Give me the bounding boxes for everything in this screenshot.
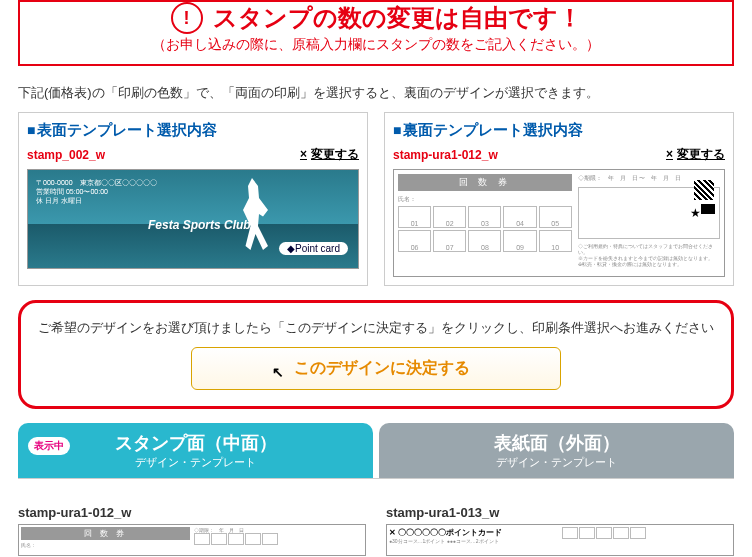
template-item[interactable]: stamp-ura1-012_w 回 数 券氏名： ◇期限： 年 月 日 bbox=[18, 505, 366, 556]
back-head: ■裏面テンプレート選択内容 bbox=[393, 121, 725, 140]
back-preview: 回 数 券 氏名： 0102030405 0607080910 ◇期限： 年 月… bbox=[393, 169, 725, 277]
front-selection: ■表面テンプレート選択内容 stamp_002_w ×変更する 〒000-000… bbox=[18, 112, 368, 286]
tab-stamp-face[interactable]: 表示中 スタンプ面（中面） デザイン・テンプレート bbox=[18, 423, 373, 478]
lead-text: 下記(価格表)の「印刷の色数」で、「両面の印刷」を選択すると、裏面のデザインが選… bbox=[18, 84, 734, 102]
decide-text: ご希望のデザインをお選び頂けましたら「このデザインに決定する」をクリックし、印刷… bbox=[35, 319, 717, 337]
template-id: stamp-ura1-013_w bbox=[386, 505, 734, 520]
template-list: stamp-ura1-012_w 回 数 券氏名： ◇期限： 年 月 日 sta… bbox=[18, 478, 734, 556]
club-name: Festa Sports Club bbox=[148, 218, 251, 232]
tabs: 表示中 スタンプ面（中面） デザイン・テンプレート 表紙面（外面） デザイン・テ… bbox=[18, 423, 734, 478]
tab-cover-face[interactable]: 表紙面（外面） デザイン・テンプレート bbox=[379, 423, 734, 478]
back-selection: ■裏面テンプレート選択内容 stamp-ura1-012_w ×変更する 回 数… bbox=[384, 112, 734, 286]
stamp-grid: 0102030405 0607080910 bbox=[398, 206, 572, 252]
qr-icon bbox=[694, 180, 714, 200]
active-badge: 表示中 bbox=[28, 437, 70, 455]
template-thumb: 回 数 券氏名： ◇期限： 年 月 日 bbox=[18, 524, 366, 556]
template-id: stamp-ura1-012_w bbox=[18, 505, 366, 520]
pointcard-badge: ◆Point card bbox=[279, 242, 348, 255]
notice-sub: （お申し込みの際に、原稿入力欄にスタンプの数をご記入ください。） bbox=[34, 36, 718, 54]
decide-box: ご希望のデザインをお選び頂けましたら「このデザインに決定する」をクリックし、印刷… bbox=[18, 300, 734, 409]
front-head: ■表面テンプレート選択内容 bbox=[27, 121, 359, 140]
template-item[interactable]: stamp-ura1-013_w 〇〇〇〇〇〇ポイントカード●30分コース…1ポ… bbox=[386, 505, 734, 556]
notice-box: ! スタンプの数の変更は自由です！ （お申し込みの際に、原稿入力欄にスタンプの数… bbox=[18, 0, 734, 66]
cursor-icon: ↖ bbox=[272, 364, 284, 380]
front-template-id: stamp_002_w bbox=[27, 148, 105, 162]
front-change-link[interactable]: ×変更する bbox=[300, 146, 359, 163]
notice-title: ! スタンプの数の変更は自由です！ bbox=[171, 2, 582, 34]
selection-row: ■表面テンプレート選択内容 stamp_002_w ×変更する 〒000-000… bbox=[18, 112, 734, 286]
star-icon: ★ bbox=[690, 206, 701, 220]
template-thumb: 〇〇〇〇〇〇ポイントカード●30分コース…1ポイント ●●●コース…2ポイント bbox=[386, 524, 734, 556]
decide-button[interactable]: ↖このデザインに決定する bbox=[191, 347, 561, 390]
back-template-id: stamp-ura1-012_w bbox=[393, 148, 498, 162]
front-preview: 〒000-0000 東京都〇〇区〇〇〇〇〇営業時間 05:00〜00:00休 日… bbox=[27, 169, 359, 269]
coupon-bar: 回 数 券 bbox=[398, 174, 572, 191]
back-change-link[interactable]: ×変更する bbox=[666, 146, 725, 163]
exclaim-icon: ! bbox=[171, 2, 203, 34]
notice-title-text: スタンプの数の変更は自由です！ bbox=[213, 2, 582, 34]
